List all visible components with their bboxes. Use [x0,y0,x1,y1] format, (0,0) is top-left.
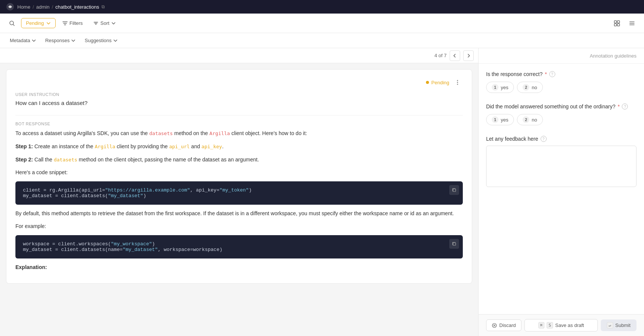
for-example-text: For example: [15,222,463,230]
main-layout: 4 of 7 Pending User instruc [0,48,644,336]
next-page-button[interactable] [463,50,474,61]
filters-label: Filters [70,20,83,26]
pending-label: Pending [26,20,44,26]
filters-button[interactable]: Filters [59,18,86,28]
save-draft-button[interactable]: ⌘ S Save as draft [524,319,598,331]
datasets-highlight-2: datasets [54,157,77,163]
question-2-label: Did the model answered something out of … [486,103,615,109]
step2-text: Step 2: Call the datasets method on the … [15,155,463,164]
argilla-highlight-2: Argilla [95,144,115,149]
default-workspace-text: By default, this method attempts to retr… [15,209,463,217]
pagination-text: 4 of 7 [434,53,447,58]
copy-code-1-button[interactable] [449,185,459,195]
argilla-highlight-1: Argilla [209,131,230,136]
sort-button[interactable]: Sort [89,18,120,28]
sub-toolbar: Metadata Responses Suggestions [0,33,644,48]
api-url-highlight: api_url [169,144,190,149]
feedback-label: Let any feedback here ? [486,136,636,142]
feedback-textarea[interactable] [486,146,636,187]
datasets-highlight-1: datasets [149,131,173,136]
user-instruction-label: User instruction [15,92,463,97]
prev-page-button[interactable] [450,50,460,61]
card-view-button[interactable] [611,17,623,29]
question-1-options: 1 yes 2 no [486,82,636,93]
breadcrumb: Home / admin / chatbot_interactions ⧉ [17,4,105,10]
left-panel: 4 of 7 Pending User instruc [0,48,479,336]
submit-label: Submit [615,322,630,328]
code-2-line-2: my_dataset = client.datasets(name="my_da… [23,247,455,252]
explanation-bold: Explanation: [15,264,47,270]
status-badge: Pending [426,80,449,85]
q1-no-option[interactable]: 2 no [517,82,542,93]
svg-rect-9 [453,189,456,192]
metadata-button[interactable]: Metadata [6,36,40,45]
code-1-line-2: my_dataset = client.datasets("my_dataset… [23,193,455,199]
question-1-label: Is the response correct? [486,71,542,77]
q1-yes-num: 1 [492,84,499,91]
step1-text: Step 1: Create an instance of the Argill… [15,142,463,151]
annotation-body: Is the response correct? * ? 1 yes 2 no [479,64,644,314]
q1-no-label: no [532,85,537,90]
pending-filter-button[interactable]: Pending [21,18,56,28]
q2-yes-num: 1 [492,116,499,123]
snippet-label: Here's a code snippet: [15,168,463,176]
submit-button[interactable]: ↵ Submit [601,319,636,331]
kbd-enter: ↵ [607,322,613,328]
explanation-label: Explanation: [15,263,463,271]
list-view-button[interactable] [626,17,638,29]
svg-rect-5 [617,24,620,26]
code-1-line-1: client = rg.Argilla(api_url="https://arg… [23,187,455,193]
annotation-guidelines-link[interactable]: Annotation guidelines [590,53,636,59]
step1-bold: Step 1: [15,143,33,149]
right-panel: Annotation guidelines Is the response co… [479,48,644,336]
kbd-s: S [547,322,553,328]
suggestions-label: Suggestions [85,38,112,43]
breadcrumb-home[interactable]: Home [17,4,30,10]
toolbar-right [611,17,638,29]
breadcrumb-admin[interactable]: admin [36,4,49,10]
question-2-block: Did the model answered something out of … [486,103,636,125]
bot-response-label: Bot response [15,122,463,126]
info-icon-2[interactable]: ? [622,103,628,109]
q2-yes-option[interactable]: 1 yes [486,114,514,125]
record-area: Pending User instruction How can I acces… [0,63,478,336]
status-dot [426,81,429,84]
question-1-block: Is the response correct? * ? 1 yes 2 no [486,71,636,93]
q2-yes-label: yes [501,117,508,123]
required-star-1: * [545,71,547,77]
q1-yes-label: yes [501,85,508,90]
code-2-line-1: workspace = client.workspaces("my_worksp… [23,241,455,247]
copy-code-2-button[interactable] [449,239,459,249]
sort-label: Sort [100,20,109,26]
q2-no-option[interactable]: 2 no [517,114,542,125]
svg-rect-10 [453,243,456,245]
q1-yes-option[interactable]: 1 yes [486,82,514,93]
api-key-highlight: api_key [202,144,222,149]
kbd-meta: ⌘ [538,322,545,328]
info-icon-1[interactable]: ? [549,71,555,77]
discard-button[interactable]: Discard [486,319,521,331]
q2-no-num: 2 [523,116,529,123]
question-2-options: 1 yes 2 no [486,114,636,125]
toolbar: Pending Filters Sort [0,14,644,33]
user-instruction-text: How can I access a dataset? [15,100,463,106]
feedback-block: Let any feedback here ? [486,136,636,188]
more-options-button[interactable] [452,77,463,88]
metadata-label: Metadata [10,38,30,43]
suggestions-button[interactable]: Suggestions [81,36,121,45]
code-block-1: client = rg.Argilla(api_url="https://arg… [15,181,463,205]
feedback-info-icon[interactable]: ? [541,136,547,142]
copy-breadcrumb-icon[interactable]: ⧉ [102,4,105,9]
feedback-label-text: Let any feedback here [486,136,538,142]
q1-no-num: 2 [523,84,529,91]
discard-label: Discard [499,322,516,328]
record-header: Pending [15,77,463,88]
annotation-guidelines-header: Annotation guidelines [479,48,644,64]
breadcrumb-sep2: / [52,4,53,10]
step2-bold: Step 2: [15,157,33,163]
search-button[interactable] [6,17,18,29]
pagination-bar: 4 of 7 [0,48,478,63]
responses-button[interactable]: Responses [41,36,79,45]
question-2-title: Did the model answered something out of … [486,103,636,109]
q2-no-label: no [532,117,537,123]
